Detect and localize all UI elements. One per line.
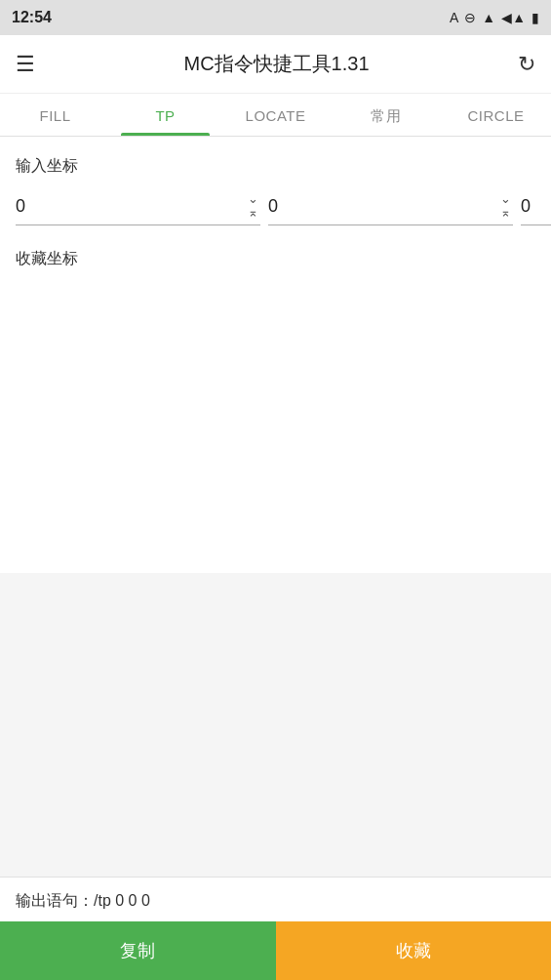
save-coord-label: 收藏坐标 bbox=[16, 249, 535, 269]
wifi-icon: ▲ bbox=[482, 10, 495, 25]
tab-bar: FILL TP LOCATE 常用 CIRCLE bbox=[0, 94, 551, 137]
status-time: 12:54 bbox=[12, 9, 52, 26]
coord-y-input[interactable] bbox=[268, 196, 494, 217]
coord-y-up[interactable]: ⌄ bbox=[498, 192, 513, 206]
tab-changyong[interactable]: 常用 bbox=[331, 94, 441, 136]
copy-button[interactable]: 复制 bbox=[0, 921, 276, 980]
save-button[interactable]: 收藏 bbox=[276, 921, 552, 980]
status-icons: A ⊖ ▲ ◀▲ ▮ bbox=[450, 10, 539, 25]
coord-z-input[interactable] bbox=[521, 196, 551, 217]
coord-x-group: ⌄ ⌅ bbox=[16, 192, 260, 225]
coord-row: ⌄ ⌅ ⌄ ⌅ ⌄ ⌅ bbox=[16, 192, 535, 225]
tab-tp[interactable]: TP bbox=[110, 94, 220, 136]
battery-icon: ▮ bbox=[531, 10, 539, 25]
output-label: 输出语句： bbox=[16, 892, 94, 909]
tab-fill[interactable]: FILL bbox=[0, 94, 110, 136]
coord-x-down[interactable]: ⌅ bbox=[246, 206, 260, 220]
status-bar: 12:54 A ⊖ ▲ ◀▲ ▮ bbox=[0, 0, 551, 35]
tab-circle[interactable]: CIRCLE bbox=[441, 94, 551, 136]
coord-x-arrows: ⌄ ⌅ bbox=[246, 192, 260, 221]
sim-icon: A bbox=[450, 10, 458, 25]
output-bar: 输出语句：/tp 0 0 0 bbox=[0, 877, 551, 921]
input-section-label: 输入坐标 bbox=[16, 156, 535, 177]
coord-z-group: ⌄ ⌅ bbox=[521, 192, 551, 225]
signal-icon: ◀▲ bbox=[501, 10, 526, 25]
app-title: MC指令快捷工具1.31 bbox=[183, 51, 369, 77]
coord-y-arrows: ⌄ ⌅ bbox=[498, 192, 513, 221]
action-buttons: 复制 收藏 bbox=[0, 921, 551, 980]
main-content: 输入坐标 ⌄ ⌅ ⌄ ⌅ ⌄ ⌅ 收藏坐标 bbox=[0, 137, 551, 573]
coord-x-up[interactable]: ⌄ bbox=[246, 192, 260, 206]
tab-locate[interactable]: LOCATE bbox=[220, 94, 331, 136]
dnd-icon: ⊖ bbox=[464, 10, 476, 25]
output-value: /tp 0 0 0 bbox=[94, 892, 150, 909]
menu-icon[interactable]: ☰ bbox=[16, 54, 35, 75]
coord-y-down[interactable]: ⌅ bbox=[498, 206, 513, 220]
toolbar: ☰ MC指令快捷工具1.31 ↻ bbox=[0, 35, 551, 94]
coord-y-group: ⌄ ⌅ bbox=[268, 192, 513, 225]
coord-x-input[interactable] bbox=[16, 196, 242, 217]
refresh-icon[interactable]: ↻ bbox=[518, 52, 535, 77]
